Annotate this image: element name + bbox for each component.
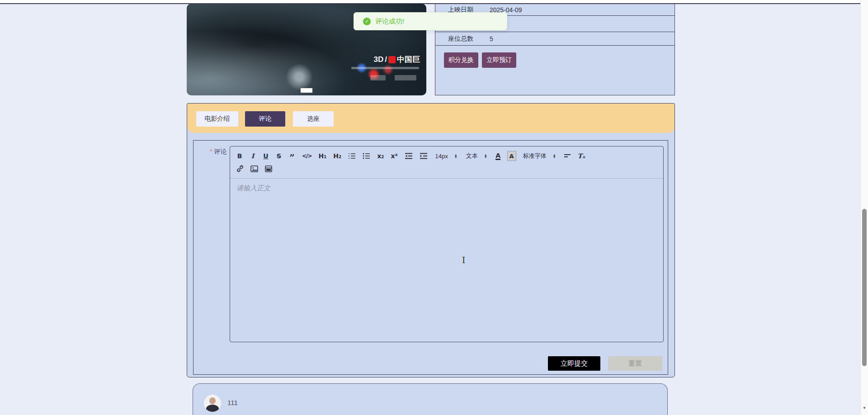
required-asterisk: * (210, 148, 212, 155)
rich-text-editor[interactable]: B I U S ” </> H₁ H₂ x₂ x² (230, 146, 664, 342)
heading2-icon[interactable]: H₂ (332, 151, 342, 161)
image-icon[interactable] (250, 164, 259, 174)
italic-glyph: I (251, 152, 255, 160)
text-cursor: I (462, 255, 465, 265)
carousel-indicator[interactable] (301, 88, 312, 93)
avatar-body (206, 405, 219, 412)
font-size-value: 14px (435, 153, 448, 160)
reset-button[interactable]: 重置 (608, 356, 662, 371)
underline-icon[interactable]: U (262, 151, 270, 161)
commenter-avatar (204, 395, 221, 412)
bold-icon[interactable]: B (236, 151, 244, 161)
poster-imax-logo (395, 75, 416, 80)
info-actions: 积分兑换 立即预订 (435, 46, 675, 68)
subscript-icon[interactable]: x₂ (376, 151, 385, 161)
success-check-icon: ✓ (363, 18, 371, 25)
toolbar-row-2 (236, 164, 658, 174)
poster-format-badge: 3D/中国巨 (374, 54, 420, 65)
text-format-value: 文本 (466, 152, 478, 160)
points-exchange-button[interactable]: 积分兑换 (444, 52, 478, 68)
movie-detail-section: 电影介绍 评论 选座 *评论 B I U S ” </> H₁ H₂ (187, 103, 675, 377)
poster-credits-line (351, 67, 419, 69)
font-size-dropdown[interactable]: 14px ▲▼ (434, 151, 459, 161)
video-icon[interactable] (264, 164, 273, 174)
avatar-head (209, 397, 216, 404)
outdent-icon[interactable] (404, 151, 414, 161)
bullet-list-icon[interactable] (362, 151, 371, 161)
font-family-dropdown[interactable]: 标准字体 ▲▼ (521, 151, 558, 161)
toast-message: 评论成功! (375, 17, 404, 26)
highlight-color-icon[interactable]: A (507, 151, 516, 161)
editor-content-area[interactable]: 请输入正文 I (230, 179, 663, 340)
seats-row: 座位总数 5 (435, 32, 675, 46)
seats-value: 5 (490, 35, 493, 42)
heading1-icon[interactable]: H₁ (318, 151, 328, 161)
text-color-glyph: A (495, 152, 500, 160)
scrollbar-down-arrow[interactable]: ▼ (863, 406, 866, 410)
toolbar-row-1: B I U S ” </> H₁ H₂ x₂ x² (236, 151, 658, 161)
comment-field-label: *评论 (210, 148, 226, 156)
comment-text: 111 (227, 399, 238, 406)
tab-movie-intro[interactable]: 电影介绍 (196, 111, 238, 127)
superscript-icon[interactable]: x² (390, 151, 398, 161)
editor-toolbar: B I U S ” </> H₁ H₂ x₂ x² (230, 146, 663, 179)
font-family-value: 标准字体 (523, 152, 547, 160)
italic-icon[interactable]: I (249, 151, 257, 161)
editor-placeholder: 请输入正文 (236, 184, 657, 193)
scrollbar[interactable]: ▼ (860, 0, 868, 415)
tab-seat-selection[interactable]: 选座 (293, 111, 334, 127)
underline-glyph: U (263, 152, 268, 160)
poster-logo-icon (388, 56, 396, 63)
strikethrough-icon[interactable]: S (275, 151, 283, 161)
seats-label: 座位总数 (448, 35, 480, 43)
updown-arrows-icon: ▲▼ (553, 154, 556, 158)
scrollbar-thumb[interactable] (862, 209, 867, 366)
text-format-dropdown[interactable]: 文本 ▲▼ (464, 151, 489, 161)
top-strip (0, 0, 868, 3)
book-now-button[interactable]: 立即预订 (482, 52, 516, 68)
align-icon[interactable] (563, 151, 572, 161)
poster-3d-label: 3D (374, 55, 384, 64)
ordered-list-icon[interactable] (347, 151, 357, 161)
comment-list-card: 111 (193, 383, 668, 415)
updown-arrows-icon: ▲▼ (484, 154, 487, 158)
code-icon[interactable]: </> (301, 151, 313, 161)
link-icon[interactable] (236, 164, 245, 174)
success-toast: ✓ 评论成功! (354, 12, 507, 30)
strike-glyph: S (277, 152, 281, 160)
updown-arrows-icon: ▲▼ (454, 154, 458, 158)
tab-comments[interactable]: 评论 (245, 111, 285, 127)
poster-region-label: 中国巨 (397, 54, 420, 65)
poster-studio-logo (370, 75, 386, 80)
submit-button[interactable]: 立即提交 (548, 356, 600, 371)
blockquote-icon[interactable]: ” (288, 151, 296, 161)
text-color-icon[interactable]: A (494, 151, 502, 161)
clear-format-icon[interactable]: Tₓ (577, 151, 586, 161)
comment-label-text: 评论 (214, 148, 226, 155)
tab-band: 电影介绍 评论 选座 (187, 104, 675, 133)
poster-separator: / (385, 55, 387, 64)
top-divider (0, 3, 868, 4)
indent-icon[interactable] (419, 151, 429, 161)
comment-form-panel: *评论 B I U S ” </> H₁ H₂ (193, 140, 668, 375)
